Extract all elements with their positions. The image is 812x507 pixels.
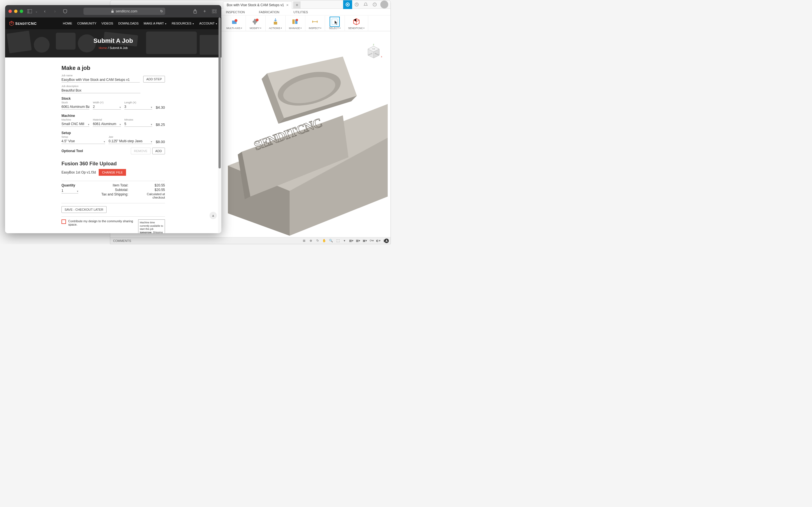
nav-item[interactable]: RESOURCES ▼ <box>172 22 194 25</box>
shipping-estimate-box: Machine time currently available to star… <box>138 219 165 233</box>
svg-rect-37 <box>212 12 214 13</box>
ribbon-actions[interactable]: ACTIONS▾ <box>266 15 286 31</box>
extension-icon[interactable] <box>343 0 352 9</box>
scrollbar-thumb[interactable] <box>218 17 221 168</box>
job-description-input[interactable] <box>61 88 140 93</box>
ribbon-modify[interactable]: MODIFY▾ <box>246 15 266 31</box>
sidebar-toggle-icon[interactable] <box>26 8 33 15</box>
minimize-window-button[interactable] <box>14 10 17 13</box>
fusion-tab-title: Box with Vise Stock & CAM Setups v1 <box>227 3 284 7</box>
setup-price: $8.00 <box>156 140 165 144</box>
svg-rect-38 <box>215 12 216 13</box>
stock-select[interactable] <box>61 104 89 110</box>
svg-text:Z: Z <box>373 44 374 46</box>
inspect-icon <box>310 17 319 26</box>
scroll-to-top-button[interactable]: ▲ <box>209 212 217 219</box>
contribute-checkbox[interactable] <box>61 219 66 224</box>
help-icon[interactable]: ? <box>370 0 379 9</box>
ribbon-select[interactable]: SELECT▾ <box>325 15 345 31</box>
ribbon-senditcnc[interactable]: SENDITCNC▾ <box>345 15 368 31</box>
notifications-icon[interactable] <box>361 0 370 9</box>
field-label: Setup <box>61 135 105 138</box>
setup-select[interactable] <box>61 138 105 144</box>
logo-icon <box>9 21 14 26</box>
fusion-document-tab[interactable]: Box with Vise Stock & CAM Setups v1 × <box>223 1 292 9</box>
nav-dropdown-icon[interactable]: ▾ <box>342 238 347 243</box>
nav-icon[interactable]: ⊞ <box>301 238 306 243</box>
ribbon-manage[interactable]: MANAGE▾ <box>286 15 305 31</box>
svg-rect-7 <box>274 22 277 24</box>
length-select[interactable] <box>124 104 152 110</box>
field-label: Minutes <box>124 118 152 121</box>
autodesk-badge-icon[interactable]: A <box>384 238 389 243</box>
minutes-select[interactable] <box>124 121 152 127</box>
grid-icon[interactable]: ▦▾ <box>356 238 361 243</box>
new-tab-icon[interactable]: + <box>201 8 208 15</box>
effects-icon[interactable]: ◐▾ <box>376 238 381 243</box>
quantity-select[interactable] <box>61 188 79 193</box>
ribbon-tab[interactable]: UTILITIES <box>294 10 308 14</box>
jaw-select[interactable] <box>109 138 152 144</box>
ribbon-tab[interactable]: FABRICATION <box>259 10 280 14</box>
zoom-icon[interactable]: 🔍 <box>328 238 334 243</box>
remove-tool-button[interactable]: REMOVE <box>131 148 151 154</box>
nav-item[interactable]: VIDEOS <box>101 22 113 25</box>
job-status-icon[interactable] <box>352 0 361 9</box>
material-select[interactable] <box>93 121 121 127</box>
machine-select[interactable] <box>61 121 89 127</box>
add-step-button[interactable]: ADD STEP <box>143 76 165 82</box>
nav-item[interactable]: ACCOUNT ▼ <box>199 22 217 25</box>
nav-item[interactable]: DOWNLOADS <box>118 22 139 25</box>
refresh-icon[interactable]: ⟳▾ <box>369 238 374 243</box>
forward-button[interactable]: › <box>51 8 59 15</box>
share-icon[interactable] <box>192 8 199 15</box>
close-icon[interactable]: × <box>286 3 289 7</box>
add-tool-button[interactable]: ADD <box>152 148 165 154</box>
maximize-window-button[interactable] <box>20 10 23 13</box>
width-select[interactable] <box>93 104 121 110</box>
job-name-input[interactable] <box>61 77 140 82</box>
user-avatar[interactable] <box>380 1 388 8</box>
shield-icon[interactable] <box>61 8 69 15</box>
reload-icon[interactable]: ↻ <box>160 9 163 13</box>
site-nav: SENDITCNC HOME COMMUNITY VIDEOS DOWNLOAD… <box>5 17 221 29</box>
svg-text:?: ? <box>374 3 375 6</box>
scrollbar[interactable] <box>218 17 221 233</box>
fit-icon[interactable]: ⛶ <box>335 238 340 243</box>
tabs-overview-icon[interactable] <box>211 8 218 15</box>
change-file-button[interactable]: CHANGE FILE <box>99 169 126 176</box>
close-window-button[interactable] <box>8 10 12 13</box>
breadcrumb-home[interactable]: Home <box>99 46 107 50</box>
orbit-icon[interactable]: ↻ <box>315 238 320 243</box>
display-icon[interactable]: ▦▾ <box>349 238 354 243</box>
back-button[interactable]: ‹ <box>41 8 49 15</box>
stock-header: Stock <box>61 97 165 101</box>
nav-icon[interactable]: ⊕ <box>308 238 313 243</box>
stock-price: $4.30 <box>156 105 165 110</box>
field-label: Job name <box>61 74 140 77</box>
chevron-down-icon[interactable]: ⌄ <box>35 8 38 15</box>
nav-item[interactable]: HOME <box>63 22 72 25</box>
field-label: Material <box>93 118 121 121</box>
actions-icon <box>271 17 280 26</box>
senditcnc-icon <box>352 17 361 26</box>
nav-item[interactable]: MAKE A PART ▼ <box>144 22 167 25</box>
viewport-icon[interactable]: ▣▾ <box>362 238 367 243</box>
upload-heading: Fusion 360 File Upload <box>61 161 165 167</box>
pan-icon[interactable]: ✋ <box>322 238 327 243</box>
ribbon-inspect[interactable]: INSPECT▾ <box>305 15 325 31</box>
field-label: Length (X) <box>124 101 152 104</box>
svg-rect-33 <box>111 11 114 13</box>
new-tab-button[interactable]: + <box>293 1 301 9</box>
view-cube[interactable]: TOP FRONT RIGHT Z X <box>365 44 382 61</box>
ribbon-tab[interactable]: INSPECTION <box>226 10 245 14</box>
multiaxis-icon <box>230 17 239 26</box>
site-logo[interactable]: SENDITCNC <box>9 21 37 26</box>
window-controls <box>8 10 23 13</box>
save-checkout-later-button[interactable]: SAVE - CHECKOUT LATER <box>61 206 107 213</box>
ribbon-multiaxis[interactable]: MULTI-AXIS▾ <box>223 15 246 31</box>
address-bar[interactable]: senditcnc.com ↻ <box>84 8 165 15</box>
comments-button[interactable]: COMMENTS <box>113 239 131 242</box>
nav-toolbar: ⊞ ⊕ ↻ ✋ 🔍 ⛶ ▾ ▦▾ ▦▾ ▣▾ ⟳▾ ◐▾ ▮▾ <box>301 238 388 243</box>
nav-item[interactable]: COMMUNITY <box>77 22 96 25</box>
